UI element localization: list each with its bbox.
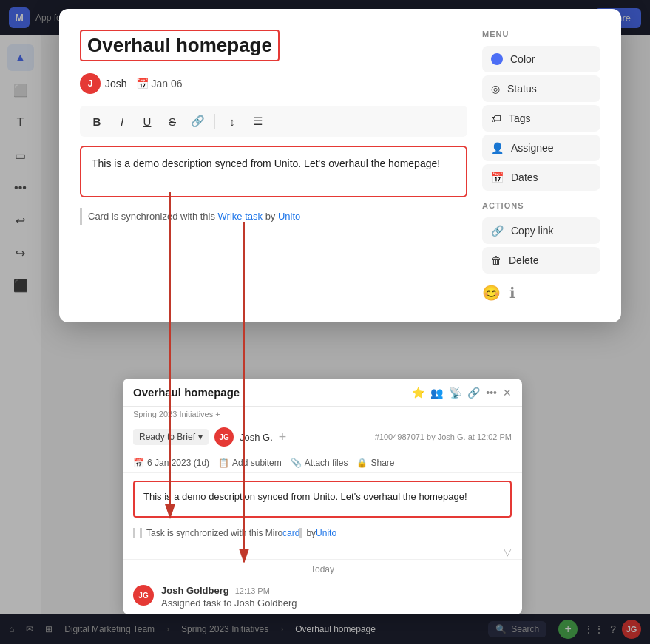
members-icon[interactable]: 👥 — [430, 387, 443, 399]
date-calendar-icon: 📅 — [133, 458, 144, 468]
wrike-meta: Ready to Brief ▾ JG Josh G. + #100498707… — [123, 421, 522, 453]
menu-item-status[interactable]: ◎ Status — [482, 75, 600, 102]
modal-bottom-icons: 😊 ℹ — [482, 284, 600, 302]
modal-date: 📅 Jan 06 — [136, 78, 183, 89]
actions-label: ACTIONS — [482, 201, 600, 210]
wrike-sync-by: by — [299, 528, 316, 538]
wrike-dates: 📅 6 Jan 2023 (1d) 📋 Add subitem 📎 Attach… — [123, 453, 522, 473]
breadcrumb-add[interactable]: + — [215, 410, 220, 418]
wrike-task-link[interactable]: Wrike task — [218, 211, 263, 222]
more-icon[interactable]: ••• — [486, 387, 497, 399]
wrike-header: Overhaul homepage ⭐ 👥 📡 🔗 ••• ✕ — [123, 379, 522, 407]
copy-link-label: Copy link — [511, 225, 554, 237]
action-copy-link[interactable]: 🔗 Copy link — [482, 217, 600, 244]
description-box[interactable]: This is a demo description synced from U… — [80, 146, 467, 197]
comment-body: Josh Goldberg 12:13 PM Assigned task to … — [161, 585, 512, 609]
underline-button[interactable]: U — [136, 110, 158, 132]
subitem-icon: 📋 — [218, 458, 229, 468]
share-icon: 🔒 — [356, 458, 368, 468]
status-text: Ready to Brief — [139, 432, 195, 442]
wrike-task-panel: Overhaul homepage ⭐ 👥 📡 🔗 ••• ✕ Spring 2… — [123, 379, 522, 614]
copy-link-icon: 🔗 — [491, 225, 504, 237]
wrike-title: Overhaul homepage — [133, 386, 240, 399]
menu-color-label: Color — [510, 53, 535, 65]
wrike-filter: ▽ — [123, 544, 522, 559]
info-icon[interactable]: ℹ — [509, 284, 515, 302]
comment-text: Assigned task to Josh Goldberg — [161, 597, 512, 609]
wrike-header-icons: ⭐ 👥 📡 🔗 ••• ✕ — [412, 387, 512, 399]
list-button[interactable]: ☰ — [246, 110, 268, 132]
wrike-breadcrumb: Spring 2023 Initiatives + — [123, 407, 522, 421]
wrike-date[interactable]: 📅 6 Jan 2023 (1d) — [133, 458, 209, 468]
delete-icon: 🗑 — [491, 254, 501, 266]
menu-dates-label: Dates — [511, 172, 538, 183]
wrike-user-name: Josh G. — [240, 432, 273, 443]
miro-card-modal: Overhaul homepage J Josh 📅 Jan 06 B I U … — [59, 9, 621, 322]
star-icon[interactable]: ⭐ — [412, 387, 424, 399]
modal-title: Overhaul homepage — [80, 30, 280, 61]
attach-files-label: Attach files — [305, 458, 348, 468]
menu-status-label: Status — [507, 83, 537, 95]
status-icon: ◎ — [491, 83, 500, 95]
italic-button[interactable]: I — [111, 110, 133, 132]
comment-time: 12:13 PM — [235, 586, 270, 595]
unito-link-wrike[interactable]: Unito — [316, 528, 336, 538]
emoji-icon[interactable]: 😊 — [482, 284, 501, 302]
action-delete[interactable]: 🗑 Delete — [482, 247, 600, 274]
menu-item-tags[interactable]: 🏷 Tags — [482, 105, 600, 132]
delete-label: Delete — [509, 254, 538, 266]
sync-by: by — [263, 211, 278, 222]
breadcrumb-initiatives-link[interactable]: Spring 2023 Initiatives — [133, 410, 213, 418]
menu-item-color[interactable]: Color — [482, 46, 600, 72]
comment-user-name: Josh Goldberg — [161, 585, 229, 596]
miro-card-link[interactable]: card — [282, 528, 299, 538]
wrike-sync-text: Task is synchronized with this Miro — [140, 528, 282, 538]
modal-meta: J Josh 📅 Jan 06 — [80, 73, 467, 94]
format-toolbar: B I U S 🔗 ↕ ☰ — [80, 106, 467, 137]
bold-button[interactable]: B — [86, 110, 108, 132]
status-chevron: ▾ — [198, 432, 203, 442]
share-label: Share — [370, 458, 394, 468]
subscribe-icon[interactable]: 📡 — [449, 387, 461, 399]
wrike-description-box[interactable]: This is a demo description synced from U… — [133, 481, 512, 518]
link-button[interactable]: 🔗 — [186, 110, 209, 132]
color-dot-icon — [491, 53, 503, 65]
menu-tags-label: Tags — [509, 112, 531, 124]
attach-files-btn[interactable]: 📎 Attach files — [291, 458, 348, 468]
close-icon[interactable]: ✕ — [503, 387, 512, 399]
modal-user-avatar: J — [80, 73, 101, 94]
sync-text: Card is synchronized with this — [88, 211, 218, 222]
menu-item-dates[interactable]: 📅 Dates — [482, 164, 600, 191]
comment-header: Josh Goldberg 12:13 PM — [161, 585, 512, 596]
modal-right-panel: MENU Color ◎ Status 🏷 Tags 👤 Assignee 📅 … — [482, 30, 600, 302]
comment-avatar: JG — [133, 585, 154, 606]
add-subitem-btn[interactable]: 📋 Add subitem — [218, 458, 282, 468]
wrike-date-value: 6 Jan 2023 (1d) — [147, 458, 209, 468]
add-subitem-label: Add subitem — [232, 458, 282, 468]
toolbar-separator — [214, 114, 215, 129]
line-height-button[interactable]: ↕ — [221, 110, 243, 132]
menu-item-assignee[interactable]: 👤 Assignee — [482, 135, 600, 161]
status-badge[interactable]: Ready to Brief ▾ — [133, 429, 209, 445]
assignee-icon: 👤 — [491, 142, 504, 154]
wrike-today-divider: Today — [123, 559, 522, 579]
tags-icon: 🏷 — [491, 112, 501, 124]
unito-link[interactable]: Unito — [278, 211, 300, 222]
strikethrough-button[interactable]: S — [161, 110, 183, 132]
modal-user: J Josh — [80, 73, 127, 94]
wrike-sync-info: Task is synchronized with this Miro card… — [123, 525, 522, 544]
modal-date-value: Jan 06 — [152, 78, 183, 89]
calendar-icon: 📅 — [136, 78, 149, 89]
modal-left-panel: Overhaul homepage J Josh 📅 Jan 06 B I U … — [80, 30, 467, 302]
filter-icon[interactable]: ▽ — [504, 546, 512, 557]
dates-icon: 📅 — [491, 172, 504, 183]
wrike-comment: JG Josh Goldberg 12:13 PM Assigned task … — [123, 579, 522, 614]
menu-label: MENU — [482, 30, 600, 38]
wrike-add-user[interactable]: + — [279, 430, 287, 445]
sync-info: Card is synchronized with this Wrike tas… — [80, 208, 467, 225]
link-icon[interactable]: 🔗 — [467, 387, 480, 399]
modal-user-name: Josh — [105, 78, 127, 89]
share-btn-wrike[interactable]: 🔒 Share — [356, 458, 394, 468]
wrike-task-id: #1004987071 by Josh G. at 12:02 PM — [375, 433, 512, 441]
wrike-user-avatar: JG — [214, 427, 234, 447]
